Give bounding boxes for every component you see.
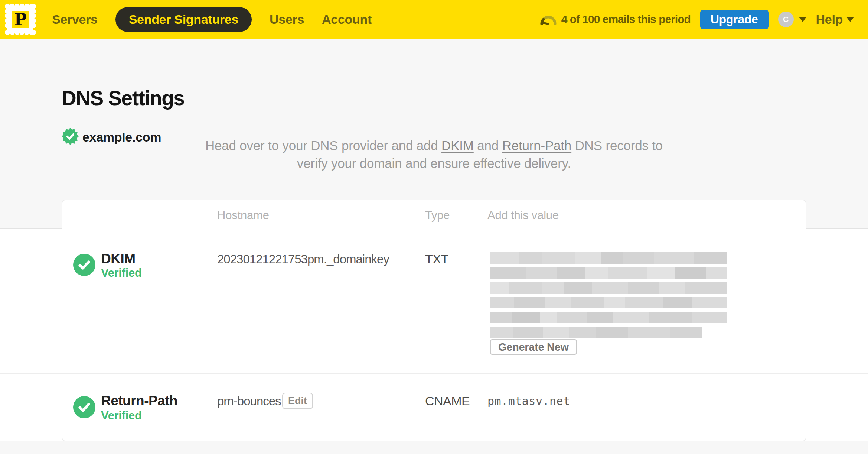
postmark-logo[interactable]: P: [4, 3, 37, 36]
upgrade-button[interactable]: Upgrade: [700, 10, 769, 29]
status-badge: Verified: [101, 409, 142, 422]
generate-new-button[interactable]: Generate New: [490, 339, 577, 355]
record-value: pm.mtasv.net: [487, 395, 570, 408]
usage-meter[interactable]: 4 of 100 emails this period: [540, 13, 691, 26]
chevron-down-icon: [799, 17, 806, 22]
intro-part3: DNS records to: [571, 138, 663, 153]
chevron-down-icon: [846, 17, 854, 22]
intro-part1: Head over to your DNS provider and add: [205, 138, 441, 153]
nav-item-account[interactable]: Account: [322, 12, 372, 27]
top-navbar: P Servers Sender Signatures Users Accoun…: [0, 0, 868, 39]
return-path-link[interactable]: Return-Path: [502, 138, 572, 153]
check-circle-icon: [73, 396, 95, 418]
intro-part4: verify your domain and ensure effective …: [297, 156, 571, 171]
column-header-hostname: Hostname: [217, 209, 269, 222]
record-name: DKIM: [101, 251, 136, 267]
status-badge: Verified: [101, 266, 142, 280]
record-name: Return-Path: [101, 393, 177, 409]
dkim-link[interactable]: DKIM: [441, 138, 474, 153]
help-menu[interactable]: Help: [816, 12, 854, 27]
page-title: DNS Settings: [62, 86, 184, 110]
dkim-redacted-value: [490, 252, 727, 341]
intro-text: Head over to your DNS provider and add D…: [0, 137, 868, 172]
check-circle-icon: [73, 254, 95, 276]
nav-item-servers[interactable]: Servers: [52, 12, 98, 27]
usage-text: 4 of 100 emails this period: [561, 13, 691, 26]
primary-nav: Servers Sender Signatures Users Account: [52, 0, 372, 39]
edit-button[interactable]: Edit: [282, 393, 313, 409]
record-hostname: pm-bounces: [217, 394, 281, 408]
record-type: TXT: [425, 252, 448, 266]
gauge-icon: [540, 13, 557, 25]
record-hostname: 20230121221753pm._domainkey: [217, 252, 389, 266]
main-content: DNS Settings example.com Head over to yo…: [0, 0, 868, 454]
account-menu[interactable]: C: [778, 12, 806, 27]
record-type: CNAME: [425, 394, 470, 408]
nav-item-users[interactable]: Users: [270, 12, 304, 27]
navbar-right: 4 of 100 emails this period Upgrade C He…: [540, 0, 854, 39]
column-header-type: Type: [425, 209, 450, 222]
nav-item-sender-signatures[interactable]: Sender Signatures: [115, 7, 252, 32]
svg-text:P: P: [14, 10, 26, 29]
intro-part2: and: [474, 138, 502, 153]
stamp-icon: P: [4, 3, 37, 36]
column-header-value: Add this value: [487, 209, 559, 222]
help-label[interactable]: Help: [816, 12, 843, 27]
avatar[interactable]: C: [778, 12, 794, 27]
